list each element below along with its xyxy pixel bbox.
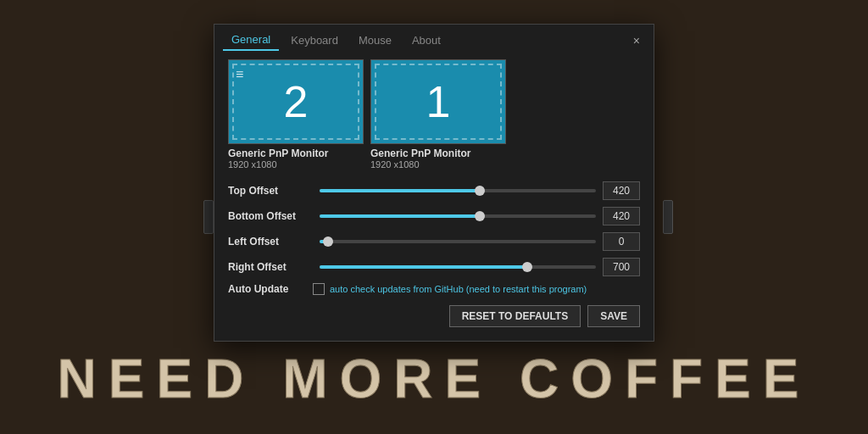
monitor-label-1: Generic PnP Monitor <box>370 147 470 159</box>
left-offset-thumb[interactable] <box>323 236 333 247</box>
monitors-row: ≡ 2 Generic PnP Monitor 1920 x1080 1 Gen… <box>228 59 640 170</box>
right-offset-row: Right Offset <box>228 258 640 276</box>
coffee-background-text: NEED MORE COFFEE <box>58 348 811 410</box>
auto-update-checkbox-label: auto check updates from GitHub (need to … <box>330 284 587 294</box>
right-offset-thumb[interactable] <box>522 262 532 272</box>
top-offset-label: Top Offset <box>228 185 313 197</box>
monitor-res-1: 1920 x1080 <box>370 159 420 170</box>
auto-update-row: Auto Update auto check updates from GitH… <box>228 283 640 295</box>
right-offset-slider-container[interactable] <box>320 259 596 275</box>
save-button[interactable]: SAVE <box>587 305 640 327</box>
left-offset-value[interactable] <box>603 232 640 251</box>
top-offset-row: Top Offset <box>228 181 640 200</box>
monitor-number-2: 2 <box>284 80 309 124</box>
monitor-thumb-2[interactable]: ≡ 2 <box>228 59 364 144</box>
right-offset-value[interactable] <box>603 258 640 276</box>
right-offset-fill <box>320 265 527 269</box>
monitor-item-2: ≡ 2 Generic PnP Monitor 1920 x1080 <box>228 59 364 170</box>
auto-update-checkbox-area: auto check updates from GitHub (need to … <box>313 283 587 295</box>
monitor-res-2: 1920 x1080 <box>228 159 277 170</box>
top-offset-thumb[interactable] <box>475 186 485 196</box>
monitor-label-2: Generic PnP Monitor <box>228 147 328 159</box>
left-handle <box>203 200 214 234</box>
bottom-offset-slider-container[interactable] <box>320 208 596 225</box>
top-offset-track <box>320 189 596 192</box>
top-offset-slider-container[interactable] <box>320 182 596 199</box>
monitor-thumb-1[interactable]: 1 <box>370 59 506 144</box>
right-offset-label: Right Offset <box>228 261 313 273</box>
auto-update-label: Auto Update <box>228 283 313 295</box>
tab-about[interactable]: About <box>403 30 449 51</box>
reset-button[interactable]: RESET TO DEFAULTS <box>449 305 581 327</box>
buttons-row: RESET TO DEFAULTS SAVE <box>228 305 640 327</box>
bottom-offset-track <box>320 214 596 218</box>
monitor-number-1: 1 <box>426 80 451 124</box>
top-offset-fill <box>320 189 480 192</box>
bottom-offset-thumb[interactable] <box>475 211 485 221</box>
left-offset-row: Left Offset <box>228 232 640 251</box>
left-offset-track <box>320 240 596 243</box>
tab-general[interactable]: General <box>223 30 279 51</box>
settings-dialog: General Keyboard Mouse About × ≡ 2 Gener… <box>214 24 654 342</box>
bottom-offset-fill <box>320 214 480 218</box>
close-button[interactable]: × <box>628 32 645 49</box>
bottom-offset-label: Bottom Offset <box>228 210 313 222</box>
top-offset-value[interactable] <box>603 181 640 200</box>
monitor-item-1: 1 Generic PnP Monitor 1920 x1080 <box>370 59 506 170</box>
left-offset-slider-container[interactable] <box>320 233 596 250</box>
right-handle <box>663 200 673 234</box>
dialog-body: ≡ 2 Generic PnP Monitor 1920 x1080 1 Gen… <box>214 51 654 341</box>
auto-update-checkbox[interactable] <box>313 283 325 295</box>
left-offset-label: Left Offset <box>228 236 313 248</box>
bottom-offset-row: Bottom Offset <box>228 207 640 225</box>
tab-mouse[interactable]: Mouse <box>350 30 400 51</box>
tab-keyboard[interactable]: Keyboard <box>282 30 347 51</box>
title-bar: General Keyboard Mouse About × <box>214 25 654 51</box>
bottom-offset-value[interactable] <box>603 207 640 225</box>
monitor-icon-2: ≡ <box>236 67 243 82</box>
tab-bar: General Keyboard Mouse About <box>223 30 449 51</box>
right-offset-track <box>320 265 596 269</box>
